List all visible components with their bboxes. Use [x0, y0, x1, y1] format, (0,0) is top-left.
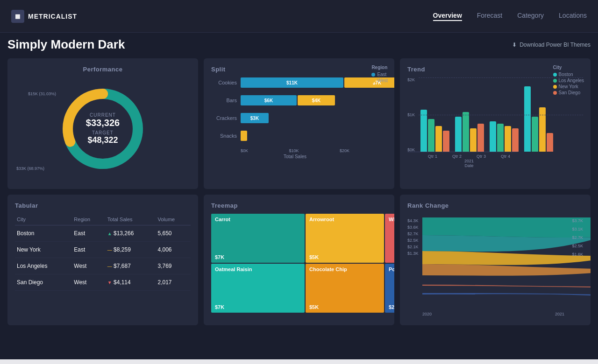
tm-pc-val: $2K: [389, 304, 394, 310]
split-x-axis-label: Total Sales: [211, 154, 349, 159]
left-label-3: $2.7K: [407, 231, 419, 236]
east-bar: $6K: [241, 95, 297, 105]
la-bar-q2: [463, 112, 469, 152]
rank-chart-container: $4.3K $3.6K $2.7K $2.5K $2.1K $1.3K: [407, 214, 583, 316]
y-1k: $1K: [407, 112, 415, 117]
arrow-neutral-icon: —: [107, 247, 112, 252]
bar-label: Cookies: [211, 80, 237, 85]
ny-bar-q1: [435, 126, 442, 152]
nav-forecast[interactable]: Forecast: [477, 12, 502, 21]
right-label-4: $2.5K: [572, 244, 583, 248]
tm-arrowroot-val: $5K: [309, 254, 380, 260]
arrow-up-icon: ▲: [107, 231, 112, 236]
nav-category[interactable]: Category: [517, 12, 544, 21]
bar-row-cookies: Cookies $11K $7K: [211, 77, 349, 88]
nav-overview[interactable]: Overview: [433, 12, 462, 21]
la-bar-q3: [497, 124, 504, 152]
qtr2-group: [455, 112, 484, 152]
rank-svg: [422, 217, 591, 306]
x-label-20k: $20K: [340, 148, 349, 153]
qtr4-label: Qtr 4: [501, 154, 510, 159]
vol-la: 3,769: [156, 258, 191, 274]
sd-bar-q1: [443, 131, 449, 152]
city-sd: San Diego: [15, 274, 72, 291]
east-dot: [371, 73, 375, 77]
bars-group: $3K: [241, 113, 269, 123]
qtr3-group: [490, 121, 519, 152]
tm-carrot-label: Carrot: [215, 217, 301, 222]
west-dot: [371, 79, 375, 83]
treemap-title: Treemap: [211, 202, 387, 209]
sales-boston: ▲ $13,266: [106, 225, 156, 242]
target-label: TARGET: [86, 130, 120, 135]
main-content: Simply Modern Dark ⬇ Download Power BI T…: [0, 33, 598, 359]
legend-east: East: [371, 72, 388, 77]
x-label-0k: $0K: [241, 148, 248, 153]
tm-oatmeal: Oatmeal Raisin $7K: [211, 264, 305, 313]
ny-bar-q3: [505, 126, 511, 152]
tm-arrowroot: Arrowroot $5K: [306, 214, 384, 263]
west-bar: [241, 131, 247, 141]
city-la: Los Angeles: [15, 258, 72, 274]
boston-bar-q1: [420, 110, 427, 152]
west-label: West: [377, 78, 388, 83]
qtr1-label: Qtr 1: [428, 154, 437, 159]
arrow-neutral-icon2: —: [107, 264, 112, 269]
rank-card: Rank Change $4.3K $3.6K $2.7K $2.5K $2.1…: [400, 195, 591, 325]
rank-right-labels: $3.7K $3.1K $2.7K $2.5K $1.6K: [572, 218, 583, 257]
year-right: 2021: [555, 312, 564, 316]
split-chart: Cookies $11K $7K Bars $6K $4K Crac: [211, 77, 387, 159]
grid-line-2k: [419, 77, 583, 78]
tm-chocchip: Chocolate Chip $5K: [306, 264, 384, 313]
right-label-3: $2.7K: [572, 235, 583, 240]
bars-group: [241, 131, 247, 141]
year-left: 2020: [422, 312, 432, 316]
sd-bar-q3: [512, 128, 519, 152]
qtr3-label: Qtr 3: [477, 154, 486, 159]
split-card: Split Region East West Cookies: [204, 58, 394, 189]
performance-card: Performance CURRENT $33,326 TARGET $48,3…: [7, 58, 198, 189]
tm-oatmeal-label: Oatmeal Raisin: [215, 266, 301, 272]
right-label-5: $1.6K: [572, 252, 583, 257]
annotation-bottom: $33K (68.97%): [16, 166, 44, 171]
region-west: West: [72, 258, 105, 274]
tm-potatochips: Potato Chips $2K: [385, 264, 394, 313]
table-row: San Diego West ▼ $4,114 2,017: [15, 274, 191, 291]
qtr4-group: [524, 86, 553, 152]
trend-chart-area: $2K $1K $0K: [407, 77, 583, 168]
nav-locations[interactable]: Locations: [559, 12, 587, 21]
boston-bar-q3: [490, 121, 496, 152]
target-value: $48,322: [86, 135, 120, 145]
navbar: ▦ METRICALIST Overview Forecast Category…: [0, 0, 598, 33]
sales-ny: — $8,259: [106, 242, 156, 258]
tm-carrot: Carrot $7K: [211, 214, 305, 263]
trend-date-label: Date: [407, 163, 518, 168]
performance-title: Performance: [83, 66, 123, 73]
split-legend: Region East West: [371, 65, 388, 84]
left-label-2: $3.6K: [407, 225, 419, 230]
trend-legend-title: City: [553, 65, 584, 70]
bar-label: Crackers: [211, 115, 237, 121]
col-sales: Total Sales: [106, 214, 156, 225]
tabular-title: Tabular: [15, 202, 191, 209]
tm-wholew-label: Whole W...: [389, 217, 394, 222]
trend-y-labels: $2K $1K $0K: [407, 77, 415, 152]
tabular-card: Tabular City Region Total Sales Volume B…: [7, 195, 198, 325]
city-boston: Boston: [15, 225, 72, 242]
left-label-4: $2.5K: [407, 238, 419, 243]
west-bar: $4K: [298, 95, 335, 105]
city-ny: New York: [15, 242, 72, 258]
download-button[interactable]: ⬇ Download Power BI Themes: [512, 42, 591, 48]
arrow-down-icon: ▼: [107, 280, 112, 285]
bar-label: Bars: [211, 98, 237, 103]
download-icon: ⬇: [512, 42, 517, 48]
logo-text: METRICALIST: [28, 13, 77, 20]
trend-x-labels: Qtr 1 Qtr 2 Qtr 3 Qtr 4: [407, 154, 518, 159]
y-2k: $2K: [407, 77, 415, 82]
region-east2: East: [72, 242, 105, 258]
bar-label: Snacks: [211, 133, 237, 139]
qtr2-label: Qtr 2: [452, 154, 462, 159]
table-wrap: City Region Total Sales Volume Boston Ea…: [15, 214, 191, 291]
table-row: New York East — $8,259 4,006: [15, 242, 191, 258]
region-east: East: [72, 225, 105, 242]
